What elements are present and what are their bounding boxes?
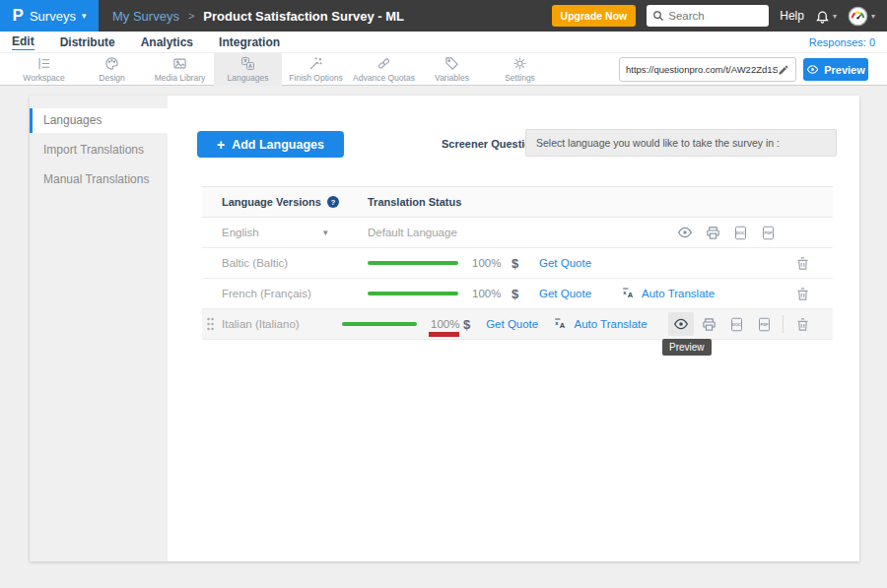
screener-question-select[interactable]: Select language you would like to take t…: [525, 129, 837, 157]
svg-text:PDF: PDF: [760, 322, 769, 327]
toolbar-workspace[interactable]: Workspace: [10, 53, 78, 86]
breadcrumb: My Surveys > Product Satisfaction Survey…: [112, 9, 404, 24]
eye-icon: [806, 63, 819, 76]
breadcrumb-separator-icon: >: [188, 10, 194, 22]
export-pdf-icon[interactable]: PDF: [755, 221, 781, 244]
design-palette-icon: [104, 56, 119, 71]
preview-button[interactable]: Preview: [803, 58, 868, 81]
languages-panel: Languages Import Translations Manual Tra…: [30, 96, 859, 561]
toolbar-media-library[interactable]: Media Library: [146, 53, 214, 86]
languages-icon: [240, 56, 255, 71]
red-annotation-marker: [429, 332, 459, 337]
notifications-menu[interactable]: ▾: [815, 9, 837, 24]
magic-wand-icon: [308, 56, 323, 71]
print-icon[interactable]: [696, 312, 721, 336]
default-language-label: Default Language: [368, 227, 457, 238]
media-library-icon: [172, 56, 187, 71]
toolbar-languages[interactable]: Languages: [214, 53, 282, 86]
edit-toolbar: Workspace Design Media Library Languages…: [0, 53, 887, 86]
toolbar-variables[interactable]: Variables: [418, 53, 486, 86]
svg-text:A: A: [628, 291, 634, 299]
tag-icon: [444, 56, 459, 71]
questionpro-logo: P: [13, 6, 24, 26]
page-title: Product Satisfaction Survey - ML: [203, 9, 404, 24]
plus-icon: +: [217, 137, 225, 153]
tab-distribute[interactable]: Distribute: [60, 35, 115, 49]
preview-tooltip: Preview: [662, 339, 712, 356]
drag-handle-icon[interactable]: [206, 317, 215, 331]
bell-icon: [815, 9, 830, 24]
product-menu[interactable]: P Surveys ▾: [0, 0, 99, 32]
progress-percent: 100%: [472, 257, 512, 269]
avatar: [848, 6, 868, 27]
responses-count[interactable]: Responses: 0: [809, 36, 875, 48]
search-input[interactable]: [668, 10, 757, 22]
upgrade-now-button[interactable]: Upgrade Now: [552, 5, 637, 27]
preview-eye-icon[interactable]: [672, 221, 698, 244]
product-menu-label: Surveys: [30, 9, 76, 24]
dollar-icon: $: [512, 287, 539, 301]
topbar: P Surveys ▾ My Surveys > Product Satisfa…: [0, 0, 887, 32]
delete-trash-icon[interactable]: [789, 251, 815, 275]
get-quote-link[interactable]: Get Quote: [539, 288, 622, 299]
table-row-italian: Italian (Italiano) 100% $ Get Quote xA A…: [202, 309, 833, 340]
search-icon: [652, 10, 664, 22]
auto-translate-link[interactable]: xA Auto Translate: [554, 317, 668, 331]
languages-table: Language Versions ? Translation Status E…: [202, 186, 833, 340]
tab-integration[interactable]: Integration: [219, 35, 280, 49]
svg-text:x: x: [556, 320, 560, 326]
toolbar-finish-options[interactable]: Finish Options: [282, 53, 350, 86]
survey-nav: Edit Distribute Analytics Integration Re…: [0, 32, 887, 53]
chevron-down-icon: ▾: [833, 12, 837, 21]
workspace-icon: [36, 56, 51, 71]
toolbar-settings[interactable]: Settings: [486, 53, 554, 86]
toolbar-advance-quotas[interactable]: Advance Quotas: [350, 53, 418, 86]
divider: [783, 315, 784, 333]
gear-icon: [512, 56, 527, 71]
help-link[interactable]: Help: [780, 9, 804, 23]
help-question-icon[interactable]: ?: [327, 196, 339, 208]
table-row-french: French (Français) 100% $ Get Quote xA Au…: [202, 279, 833, 309]
language-name: Baltic (Baltic): [222, 257, 368, 269]
delete-trash-icon[interactable]: [789, 282, 815, 305]
languages-sidebar: Languages Import Translations Manual Tra…: [30, 96, 168, 561]
tab-edit[interactable]: Edit: [12, 34, 34, 50]
svg-text:DOC: DOC: [736, 230, 745, 235]
svg-text:A: A: [560, 321, 566, 330]
add-languages-button[interactable]: + Add Languages: [197, 131, 344, 158]
sidebar-item-manual-translations[interactable]: Manual Translations: [30, 167, 168, 192]
export-doc-icon[interactable]: DOC: [727, 221, 753, 244]
chevron-down-icon: ▾: [323, 228, 328, 237]
delete-trash-icon[interactable]: [789, 312, 815, 336]
toolbar-design[interactable]: Design: [78, 53, 146, 86]
chevron-down-icon: ▾: [82, 12, 87, 21]
survey-url-input[interactable]: [626, 64, 778, 75]
table-header: Language Versions ? Translation Status: [202, 186, 833, 218]
print-icon[interactable]: [700, 221, 725, 244]
survey-url-box: [619, 57, 796, 82]
sidebar-item-import-translations[interactable]: Import Translations: [30, 138, 168, 163]
get-quote-link[interactable]: Get Quote: [486, 318, 554, 330]
export-pdf-icon[interactable]: PDF: [751, 312, 777, 336]
svg-text:x: x: [623, 290, 627, 295]
preview-eye-icon[interactable]: Preview: [668, 312, 694, 336]
table-row-baltic: Baltic (Baltic) 100% $ Get Quote: [202, 248, 833, 279]
dollar-icon: $: [512, 256, 539, 271]
export-doc-icon[interactable]: DOC: [723, 312, 749, 336]
svg-text:DOC: DOC: [732, 322, 741, 327]
get-quote-link[interactable]: Get Quote: [539, 257, 622, 269]
language-select[interactable]: English ▾: [222, 227, 368, 238]
breadcrumb-my-surveys[interactable]: My Surveys: [112, 9, 179, 24]
edit-pencil-icon[interactable]: [778, 64, 789, 76]
translation-progress-bar: [342, 322, 417, 326]
account-menu[interactable]: ▾: [848, 6, 875, 27]
col-language-versions: Language Versions: [222, 196, 321, 208]
svg-text:PDF: PDF: [764, 230, 773, 235]
sidebar-item-languages[interactable]: Languages: [30, 108, 168, 133]
search-box[interactable]: [647, 5, 769, 27]
translate-icon: xA: [622, 287, 636, 300]
languages-main: + Add Languages Screener Question : Sele…: [168, 96, 859, 561]
tab-analytics[interactable]: Analytics: [141, 35, 193, 49]
translation-progress-bar: [368, 261, 458, 265]
auto-translate-link[interactable]: xA Auto Translate: [622, 287, 760, 300]
